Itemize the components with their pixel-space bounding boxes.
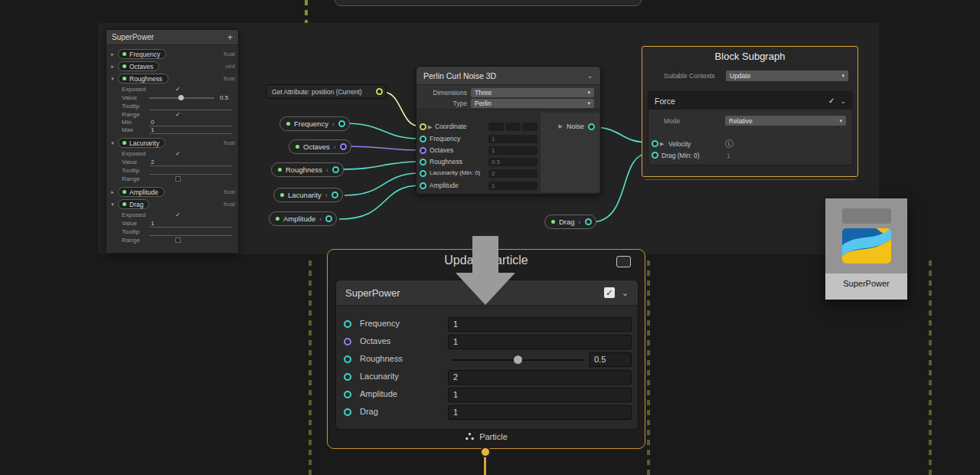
- value-field[interactable]: 1: [448, 317, 632, 332]
- chevron-down-icon[interactable]: ▾: [109, 140, 116, 146]
- max-field[interactable]: 1: [149, 126, 232, 134]
- expand-arrow-icon[interactable]: ▶: [660, 141, 664, 147]
- input-port[interactable]: [420, 182, 426, 189]
- chevron-down-icon[interactable]: ▾: [109, 76, 116, 82]
- context-header-toggle[interactable]: [616, 256, 631, 267]
- slider-knob[interactable]: [178, 95, 184, 100]
- blackboard-property-octaves[interactable]: ▸ Octaves uint: [109, 61, 235, 72]
- local-space-badge[interactable]: L: [725, 139, 733, 148]
- parameter-node-frequency[interactable]: Frequency ‹: [279, 116, 350, 131]
- value-field[interactable]: 1: [488, 146, 537, 155]
- get-attribute-node[interactable]: Get Attribute: position (Current): [266, 84, 387, 99]
- checkbox-checked[interactable]: ✓: [175, 111, 181, 118]
- input-port[interactable]: [420, 136, 426, 142]
- value-field[interactable]: 0.5: [589, 352, 632, 367]
- value-field[interactable]: 1: [488, 135, 537, 143]
- node-header[interactable]: Perlin Curl Noise 3D ⌄: [416, 67, 600, 85]
- value-field[interactable]: 1: [488, 182, 537, 190]
- chevron-down-icon[interactable]: ⌄: [840, 97, 846, 105]
- blackboard-property-lacunarity[interactable]: ▾ Lacunarity float: [109, 137, 235, 149]
- value-field[interactable]: 2: [488, 169, 537, 178]
- input-port[interactable]: [420, 170, 426, 177]
- add-property-button[interactable]: +: [227, 32, 233, 43]
- collapse-icon[interactable]: ‹: [332, 120, 335, 128]
- parameter-node-amplitude[interactable]: Amplitude ‹: [269, 211, 337, 226]
- checkbox-unchecked[interactable]: [175, 238, 181, 243]
- input-port[interactable]: [420, 123, 426, 130]
- checkbox-checked[interactable]: ✓: [175, 150, 181, 157]
- slider-knob[interactable]: [514, 355, 522, 364]
- tooltip-field[interactable]: [149, 167, 232, 175]
- output-port[interactable]: [585, 218, 592, 225]
- vector-subfields[interactable]: [488, 123, 537, 131]
- collapse-icon[interactable]: ‹: [326, 166, 328, 174]
- value-field[interactable]: 1: [448, 335, 632, 349]
- checkbox-checked[interactable]: ✓: [175, 211, 181, 218]
- property-pill[interactable]: Lacunarity: [118, 138, 165, 148]
- input-port[interactable]: [344, 355, 351, 363]
- value-field[interactable]: 1: [448, 388, 632, 402]
- output-port[interactable]: [325, 215, 332, 222]
- blackboard-property-roughness[interactable]: ▾ Roughness float: [109, 73, 235, 84]
- force-block[interactable]: Force ✓ ⌄ Mode Relative▾ ▶ Velocity L Dr…: [648, 91, 853, 165]
- chevron-down-icon[interactable]: ⌄: [622, 288, 629, 298]
- min-field[interactable]: 0: [149, 119, 232, 126]
- property-pill[interactable]: Roughness: [118, 74, 168, 84]
- chevron-right-icon[interactable]: ▸: [109, 51, 116, 57]
- input-port[interactable]: [344, 320, 351, 328]
- flow-port[interactable]: [480, 447, 491, 457]
- tooltip-field[interactable]: [149, 228, 232, 236]
- chevron-right-icon[interactable]: ▸: [109, 189, 116, 195]
- mode-dropdown[interactable]: Relative▾: [725, 116, 846, 126]
- perlin-curl-noise-node[interactable]: Perlin Curl Noise 3D ⌄ Dimensions Three▾…: [416, 66, 601, 195]
- output-port[interactable]: [332, 192, 338, 198]
- value-field[interactable]: 2: [448, 370, 632, 385]
- collapse-icon[interactable]: ‹: [325, 192, 328, 199]
- input-port[interactable]: [344, 391, 351, 398]
- blackboard-property-frequency[interactable]: ▸ Frequency float: [109, 48, 235, 60]
- roughness-slider[interactable]: 0.5: [448, 352, 632, 367]
- blackboard-property-amplitude[interactable]: ▸ Amplitude float: [109, 186, 235, 198]
- input-port[interactable]: [344, 373, 351, 381]
- blackboard-header[interactable]: SuperPower +: [106, 30, 238, 45]
- value-field[interactable]: 2: [149, 159, 232, 166]
- input-port[interactable]: [652, 152, 658, 159]
- value-field[interactable]: 1: [448, 405, 632, 420]
- output-port[interactable]: [588, 123, 595, 130]
- property-pill[interactable]: Drag: [118, 199, 149, 209]
- block-header[interactable]: Force ✓ ⌄: [648, 92, 852, 110]
- collapse-icon[interactable]: ‹: [334, 143, 336, 151]
- parameter-node-octaves[interactable]: Octaves ‹: [289, 139, 351, 154]
- blackboard-property-drag[interactable]: ▾ Drag float: [109, 198, 235, 210]
- input-port[interactable]: [420, 159, 426, 165]
- block-enabled-checkbox[interactable]: ✓: [828, 97, 835, 105]
- collapse-icon[interactable]: ‹: [579, 218, 581, 226]
- parameter-node-lacunarity[interactable]: Lacunarity ‹: [273, 188, 343, 202]
- chevron-right-icon[interactable]: ▸: [109, 64, 116, 70]
- output-port[interactable]: [376, 88, 383, 95]
- dimensions-dropdown[interactable]: Three▾: [471, 88, 594, 97]
- checkbox-checked[interactable]: ✓: [175, 86, 181, 93]
- input-port[interactable]: [420, 147, 426, 154]
- input-port[interactable]: [652, 140, 658, 147]
- checkbox-unchecked[interactable]: [175, 176, 181, 182]
- value-field[interactable]: 0.5: [488, 158, 537, 166]
- output-port[interactable]: [332, 166, 339, 173]
- block-enabled-checkbox[interactable]: ✓: [604, 287, 615, 298]
- tooltip-field[interactable]: [149, 103, 232, 110]
- property-pill[interactable]: Frequency: [118, 49, 166, 59]
- value-slider[interactable]: [149, 97, 214, 99]
- output-port[interactable]: [340, 143, 347, 150]
- input-port[interactable]: [344, 338, 351, 346]
- value-field[interactable]: 1: [149, 220, 232, 228]
- chevron-down-icon[interactable]: ⌄: [587, 71, 593, 80]
- suitable-contexts-dropdown[interactable]: Update▾: [726, 70, 848, 81]
- subgraph-asset-tile[interactable]: SuperPower: [825, 198, 907, 300]
- collapse-icon[interactable]: ‹: [319, 215, 322, 223]
- input-port[interactable]: [344, 408, 351, 416]
- output-port[interactable]: [338, 120, 345, 127]
- chevron-down-icon[interactable]: ▾: [109, 201, 116, 208]
- parameter-node-roughness[interactable]: Roughness ‹: [271, 162, 344, 177]
- type-dropdown[interactable]: Perlin▾: [471, 99, 594, 108]
- property-pill[interactable]: Octaves: [118, 61, 159, 71]
